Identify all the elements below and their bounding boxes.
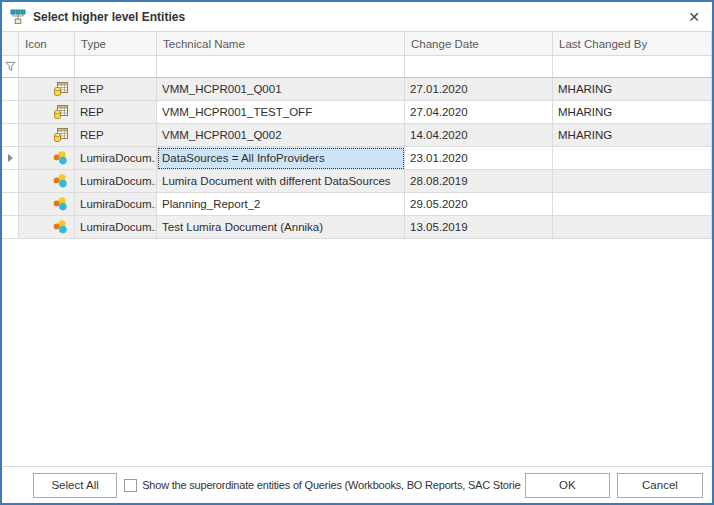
column-header-indicator bbox=[2, 32, 19, 56]
dialog: { "window": { "title": "Select higher le… bbox=[0, 0, 714, 505]
close-icon: ✕ bbox=[688, 9, 700, 25]
rep-icon bbox=[53, 81, 69, 97]
filter-cell-change-date[interactable] bbox=[405, 56, 553, 78]
lumira-icon bbox=[53, 150, 69, 166]
table-row[interactable]: REP VMM_HCPR001_Q001 27.01.2020 MHARING bbox=[2, 78, 712, 101]
superordinate-checkbox[interactable] bbox=[124, 479, 137, 492]
cell-technical-name[interactable]: VMM_HCPR001_Q001 bbox=[157, 78, 405, 101]
cell-technical-name[interactable]: DataSources = All InfoProviders bbox=[157, 147, 405, 170]
cell-technical-name[interactable]: VMM_HCPR001_TEST_OFF bbox=[157, 101, 405, 124]
cell-last-changed-by[interactable] bbox=[553, 147, 712, 170]
cell-icon[interactable] bbox=[19, 124, 75, 147]
column-header-icon[interactable]: Icon bbox=[19, 32, 75, 56]
table-row[interactable]: LumiraDocum... Test Lumira Document (Ann… bbox=[2, 216, 712, 239]
table-row[interactable]: LumiraDocum... Lumira Document with diff… bbox=[2, 170, 712, 193]
grid-header: Icon Type Technical Name Change Date Las… bbox=[2, 32, 712, 56]
cell-type[interactable]: REP bbox=[75, 78, 157, 101]
row-indicator[interactable] bbox=[2, 78, 19, 101]
cell-change-date[interactable]: 28.08.2019 bbox=[405, 170, 553, 193]
cell-technical-name[interactable]: Planning_Report_2 bbox=[157, 193, 405, 216]
lumira-icon bbox=[53, 173, 69, 189]
cell-icon[interactable] bbox=[19, 78, 75, 101]
ok-button[interactable]: OK bbox=[525, 473, 610, 498]
cell-change-date[interactable]: 13.05.2019 bbox=[405, 216, 553, 239]
row-indicator[interactable] bbox=[2, 216, 19, 239]
superordinate-checkbox-label[interactable]: Show the superordinate entities of Queri… bbox=[142, 479, 521, 491]
cell-icon[interactable] bbox=[19, 147, 75, 170]
column-header-type[interactable]: Type bbox=[75, 32, 157, 56]
title-bar: Select higher level Entities ✕ bbox=[2, 2, 712, 32]
cell-icon[interactable] bbox=[19, 216, 75, 239]
row-indicator[interactable] bbox=[2, 101, 19, 124]
lumira-icon bbox=[53, 219, 69, 235]
cell-technical-name[interactable]: Test Lumira Document (Annika) bbox=[157, 216, 405, 239]
cell-type[interactable]: REP bbox=[75, 124, 157, 147]
cell-change-date[interactable]: 23.01.2020 bbox=[405, 147, 553, 170]
column-header-last-changed-by[interactable]: Last Changed By bbox=[553, 32, 712, 56]
cell-type[interactable]: LumiraDocum... bbox=[75, 147, 157, 170]
column-header-change-date[interactable]: Change Date bbox=[405, 32, 553, 56]
entities-grid: Icon Type Technical Name Change Date Las… bbox=[2, 32, 712, 466]
grid-filter-row bbox=[2, 56, 712, 78]
row-indicator[interactable] bbox=[2, 124, 19, 147]
cell-icon[interactable] bbox=[19, 193, 75, 216]
grid-body: REP VMM_HCPR001_Q001 27.01.2020 MHARING … bbox=[2, 78, 712, 239]
cancel-button[interactable]: Cancel bbox=[617, 473, 703, 498]
cell-type[interactable]: LumiraDocum... bbox=[75, 216, 157, 239]
filter-cell-technical-name[interactable] bbox=[157, 56, 405, 78]
filter-cell-last-changed-by[interactable] bbox=[553, 56, 712, 78]
column-header-technical-name[interactable]: Technical Name bbox=[157, 32, 405, 56]
row-indicator[interactable] bbox=[2, 147, 19, 170]
lumira-icon bbox=[53, 196, 69, 212]
filter-cell-type[interactable] bbox=[75, 56, 157, 78]
table-row[interactable]: LumiraDocum... Planning_Report_2 29.05.2… bbox=[2, 193, 712, 216]
funnel-icon bbox=[5, 61, 16, 72]
cell-icon[interactable] bbox=[19, 101, 75, 124]
cell-change-date[interactable]: 14.04.2020 bbox=[405, 124, 553, 147]
rep-icon bbox=[53, 127, 69, 143]
cell-last-changed-by[interactable]: MHARING bbox=[553, 124, 712, 147]
cell-change-date[interactable]: 29.05.2020 bbox=[405, 193, 553, 216]
cell-icon[interactable] bbox=[19, 170, 75, 193]
hierarchy-icon bbox=[10, 9, 26, 25]
dialog-title: Select higher level Entities bbox=[33, 10, 185, 24]
cell-last-changed-by[interactable] bbox=[553, 170, 712, 193]
cell-change-date[interactable]: 27.04.2020 bbox=[405, 101, 553, 124]
footer-bar: Select All Show the superordinate entiti… bbox=[2, 466, 712, 503]
cell-type[interactable]: REP bbox=[75, 101, 157, 124]
cell-change-date[interactable]: 27.01.2020 bbox=[405, 78, 553, 101]
select-all-button[interactable]: Select All bbox=[33, 473, 117, 498]
cell-last-changed-by[interactable]: MHARING bbox=[553, 78, 712, 101]
cell-type[interactable]: LumiraDocum... bbox=[75, 170, 157, 193]
table-row[interactable]: LumiraDocum... DataSources = All InfoPro… bbox=[2, 147, 712, 170]
row-indicator[interactable] bbox=[2, 193, 19, 216]
table-row[interactable]: REP VMM_HCPR001_TEST_OFF 27.04.2020 MHAR… bbox=[2, 101, 712, 124]
row-indicator[interactable] bbox=[2, 170, 19, 193]
cell-type[interactable]: LumiraDocum... bbox=[75, 193, 157, 216]
filter-cell-icon[interactable] bbox=[19, 56, 75, 78]
cell-technical-name[interactable]: Lumira Document with different DataSourc… bbox=[157, 170, 405, 193]
cell-last-changed-by[interactable]: MHARING bbox=[553, 101, 712, 124]
row-focus-arrow bbox=[8, 154, 13, 162]
rep-icon bbox=[53, 104, 69, 120]
close-button[interactable]: ✕ bbox=[676, 2, 712, 31]
table-row[interactable]: REP VMM_HCPR001_Q002 14.04.2020 MHARING bbox=[2, 124, 712, 147]
cell-technical-name[interactable]: VMM_HCPR001_Q002 bbox=[157, 124, 405, 147]
cell-last-changed-by[interactable] bbox=[553, 216, 712, 239]
cell-last-changed-by[interactable] bbox=[553, 193, 712, 216]
filter-row-indicator bbox=[2, 56, 19, 78]
